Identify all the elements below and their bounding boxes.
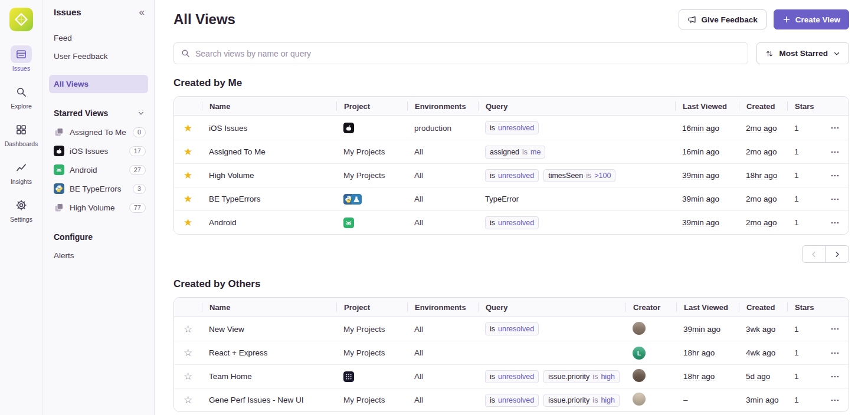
view-name[interactable]: iOS Issues	[202, 124, 336, 133]
rail-item-explore[interactable]: Explore	[5, 83, 38, 110]
created-cell: 3wk ago	[739, 325, 787, 334]
column-stars[interactable]: Stars	[787, 302, 821, 312]
environments-cell: All	[407, 171, 478, 180]
issues-sidebar: Issues « FeedUser Feedback All Views Sta…	[43, 0, 155, 415]
row-menu-button[interactable]	[821, 372, 849, 381]
star-toggle[interactable]: ★	[174, 194, 202, 204]
search-icon	[181, 49, 190, 58]
project-cell: My Projects	[336, 325, 407, 334]
row-menu-button[interactable]	[821, 218, 849, 228]
view-name[interactable]: BE TypeErrors	[202, 195, 336, 203]
table-body: ★ iOS Issues production isunresolved 16m…	[174, 116, 849, 234]
starred-views-header[interactable]: Starred Views	[43, 108, 154, 118]
android-project-icon	[343, 218, 354, 228]
view-name[interactable]: React + Express	[202, 348, 336, 357]
star-toggle[interactable]: ☆	[174, 395, 202, 405]
starred-view-high-volume[interactable]: High Volume 77	[43, 198, 154, 217]
star-toggle[interactable]: ☆	[174, 348, 202, 358]
sort-arrows-icon	[765, 50, 774, 58]
starred-view-assigned-to-me[interactable]: Assigned To Me 0	[43, 123, 154, 141]
page-header: All Views Give Feedback Create View	[173, 9, 849, 29]
column-query[interactable]: Query	[478, 101, 675, 111]
star-toggle[interactable]: ★	[174, 218, 202, 228]
sentry-logo[interactable]	[9, 8, 33, 31]
row-menu-button[interactable]	[821, 123, 849, 133]
view-name[interactable]: New View	[202, 325, 336, 334]
sidebar-item-user-feedback[interactable]: User Feedback	[43, 47, 154, 65]
rail-item-issues[interactable]: Issues	[5, 45, 38, 72]
star-toggle[interactable]: ☆	[174, 324, 202, 334]
star-toggle[interactable]: ★	[174, 147, 202, 157]
issue-count-badge: 3	[133, 184, 146, 194]
query-chip: isunresolved	[485, 370, 539, 383]
row-menu-button[interactable]	[821, 147, 849, 157]
project-cell	[336, 194, 407, 205]
starred-view-label: BE TypeErrors	[70, 185, 122, 193]
view-name[interactable]: High Volume	[202, 171, 336, 180]
next-page-button[interactable]	[826, 245, 849, 263]
column-created[interactable]: Created	[739, 302, 787, 312]
column-last-viewed[interactable]: Last Viewed	[676, 302, 739, 312]
star-toggle[interactable]: ☆	[174, 371, 202, 381]
sidebar-item-alerts[interactable]: Alerts	[43, 246, 154, 265]
give-feedback-button[interactable]: Give Feedback	[679, 9, 766, 29]
column-name[interactable]: Name	[202, 302, 336, 312]
column-last-viewed[interactable]: Last Viewed	[675, 101, 739, 111]
starred-view-ios-issues[interactable]: iOS Issues 17	[43, 141, 154, 160]
insights-icon	[11, 159, 32, 176]
give-feedback-label: Give Feedback	[701, 15, 757, 24]
column-creator[interactable]: Creator	[625, 302, 676, 312]
stars-count-cell: 1	[787, 348, 821, 357]
last-viewed-value: 18hr ago	[683, 348, 715, 357]
starred-view-android[interactable]: Android 27	[43, 160, 154, 179]
search-input[interactable]	[195, 49, 741, 58]
last-viewed-value: 39min ago	[682, 195, 719, 203]
column-query[interactable]: Query	[478, 302, 625, 312]
column-environments[interactable]: Environments	[407, 101, 478, 111]
issue-count-badge: 27	[129, 165, 146, 175]
sidebar-header: Issues «	[43, 7, 154, 17]
sidebar-item-all-views[interactable]: All Views	[49, 75, 148, 93]
row-menu-button[interactable]	[821, 171, 849, 180]
column-stars[interactable]: Stars	[787, 101, 821, 111]
rail-item-dashboards[interactable]: Dashboards	[5, 121, 38, 147]
rail-item-settings[interactable]: Settings	[5, 196, 38, 223]
table-row: ★ Android All isunresolved 39min ago 2mo…	[174, 210, 849, 234]
sidebar-starred-items: Assigned To Me 0 iOS Issues 17 Android 2…	[43, 123, 154, 217]
ellipsis-icon	[830, 372, 840, 381]
row-menu-button[interactable]	[821, 396, 849, 405]
created-by-me-section: Created by Me NameProjectEnvironmentsQue…	[173, 77, 849, 235]
query-chip: issue.priorityishigh	[543, 370, 620, 383]
sort-dropdown[interactable]: Most Starred	[756, 42, 849, 64]
created-value: 3min ago	[746, 396, 779, 404]
view-name[interactable]: Gene Perf Issues - New UI	[202, 396, 336, 404]
rail-item-label: Settings	[10, 216, 32, 223]
rail-item-label: Insights	[11, 178, 32, 185]
column-created[interactable]: Created	[739, 101, 787, 111]
star-outline-icon: ☆	[184, 348, 192, 358]
star-toggle[interactable]: ★	[174, 170, 202, 180]
query-cell: isunresolvedissue.priorityishigh	[478, 394, 625, 407]
view-name[interactable]: Assigned To Me	[202, 147, 336, 156]
view-name[interactable]: Team Home	[202, 372, 336, 381]
collapse-sidebar-icon[interactable]: «	[139, 7, 145, 17]
sidebar-item-feed[interactable]: Feed	[43, 29, 154, 47]
last-viewed-cell: 16min ago	[675, 147, 739, 156]
row-menu-button[interactable]	[821, 348, 849, 358]
column-environments[interactable]: Environments	[407, 302, 478, 312]
column-name[interactable]: Name	[202, 101, 336, 111]
created-cell: 4wk ago	[739, 348, 787, 357]
row-menu-button[interactable]	[821, 324, 849, 334]
column-project[interactable]: Project	[336, 101, 407, 111]
view-name[interactable]: Android	[202, 218, 336, 227]
left-rail-items: Issues Explore Dashboards Insights Setti…	[5, 45, 38, 234]
table-row: ☆ New View My Projects All isunresolved …	[174, 317, 849, 341]
rail-item-insights[interactable]: Insights	[5, 159, 38, 185]
apple-project-icon	[343, 123, 354, 133]
previous-page-button[interactable]	[802, 245, 826, 263]
create-view-button[interactable]: Create View	[774, 9, 849, 29]
starred-view-be-typeerrors[interactable]: BE TypeErrors 3	[43, 179, 154, 198]
star-toggle[interactable]: ★	[174, 123, 202, 133]
column-project[interactable]: Project	[336, 302, 407, 312]
row-menu-button[interactable]	[821, 195, 849, 204]
